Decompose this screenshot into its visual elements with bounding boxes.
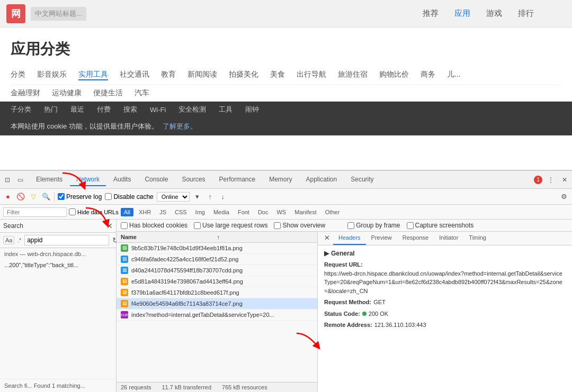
- preserve-log-checkbox[interactable]: Preserve log: [58, 193, 102, 200]
- request-item-0[interactable]: 🖼 9b5c83b719e748c0b41d9f34eeb1f81a.png: [117, 243, 317, 254]
- request-item-5[interactable]: 🖼 f4e9060e54594a6f8c71143a83714ce7.png: [117, 298, 317, 309]
- search-icon[interactable]: 🔍: [41, 192, 51, 202]
- filter-other-button[interactable]: Other: [322, 208, 343, 216]
- search-input[interactable]: [24, 235, 109, 245]
- filter-font-button[interactable]: Font: [235, 208, 253, 216]
- case-sensitive-button[interactable]: Aa: [3, 236, 14, 244]
- nav-education[interactable]: 教育: [161, 70, 176, 80]
- detail-tab-response[interactable]: Response: [397, 232, 434, 245]
- nav-tools[interactable]: 实用工具: [78, 70, 108, 80]
- nav-photo[interactable]: 拍摄美化: [229, 70, 258, 80]
- nav-food[interactable]: 美食: [270, 70, 285, 80]
- cursor-icon[interactable]: ⊡: [2, 175, 13, 185]
- filter-manifest-button[interactable]: Manifest: [291, 208, 320, 216]
- nav-link-game[interactable]: 游戏: [486, 8, 502, 19]
- nav-hotel[interactable]: 旅游住宿: [338, 70, 368, 80]
- tab-sources[interactable]: Sources: [175, 174, 211, 186]
- nav-entertainment[interactable]: 影音娱乐: [37, 70, 67, 80]
- more-icon[interactable]: ⋮: [546, 175, 556, 185]
- detail-tab-timing[interactable]: Timing: [463, 232, 491, 245]
- device-icon[interactable]: ▭: [15, 175, 25, 185]
- nav-shopping[interactable]: 购物比价: [379, 70, 409, 80]
- nav-more[interactable]: 儿...: [447, 70, 461, 80]
- upload-icon[interactable]: ↑: [205, 192, 215, 202]
- filter-all-button[interactable]: All: [121, 208, 133, 216]
- tab-elements[interactable]: Elements: [30, 174, 69, 186]
- throttle-arrow-icon[interactable]: ▾: [193, 192, 202, 202]
- tab-audits[interactable]: Audits: [107, 174, 137, 186]
- hide-data-urls-checkbox[interactable]: Hide data URLs: [69, 208, 119, 215]
- use-large-rows-input[interactable]: [194, 222, 201, 229]
- nav-category[interactable]: 分类: [11, 70, 25, 80]
- request-item-1[interactable]: 🖼 c946fa6fadec4225a4cc168f0ef21d52.png: [117, 254, 317, 265]
- filter-css-button[interactable]: CSS: [172, 208, 190, 216]
- scroll-up-icon[interactable]: ↑: [217, 234, 314, 240]
- nav-link-app[interactable]: 应用: [454, 8, 470, 19]
- nav-business[interactable]: 商务: [421, 70, 435, 80]
- detail-close-button[interactable]: ✕: [321, 232, 333, 245]
- darkbar-hot[interactable]: 热门: [44, 105, 58, 114]
- darkbar-tools[interactable]: 工具: [219, 105, 233, 114]
- request-item-6[interactable]: XHR index?method=internal.getTabDetail&s…: [117, 309, 317, 321]
- disable-cache-input[interactable]: [105, 193, 112, 200]
- darkbar-alarm[interactable]: 闹钟: [245, 105, 259, 114]
- detail-tab-initiator[interactable]: Initiator: [434, 232, 463, 245]
- nav-travel[interactable]: 出行导航: [297, 70, 326, 80]
- request-list-scroll[interactable]: 🖼 9b5c83b719e748c0b41d9f34eeb1f81a.png 🖼…: [117, 243, 317, 382]
- darkbar-recent[interactable]: 最近: [70, 105, 84, 114]
- clear-icon[interactable]: 🚫: [16, 192, 25, 202]
- detail-tab-preview[interactable]: Preview: [366, 232, 397, 245]
- tab-application[interactable]: Application: [300, 174, 344, 186]
- filter-ws-button[interactable]: WS: [273, 208, 289, 216]
- darkbar-wifi[interactable]: Wi-Fi: [150, 106, 166, 114]
- detail-tab-headers[interactable]: Headers: [333, 232, 366, 245]
- request-item-2[interactable]: 🖼 d40a2441078d475594ff18b730707cdd.png: [117, 265, 317, 276]
- tab-network[interactable]: Network: [70, 174, 106, 186]
- cookie-link[interactable]: 了解更多。: [163, 122, 197, 131]
- group-by-frame-input[interactable]: [347, 222, 354, 229]
- search-close-button[interactable]: ✕: [106, 222, 113, 230]
- download-icon[interactable]: ↓: [218, 192, 228, 202]
- darkbar-search[interactable]: 搜索: [123, 105, 137, 114]
- record-stop-icon[interactable]: ●: [3, 192, 13, 202]
- general-section-title[interactable]: ▶ General: [324, 250, 566, 257]
- tab-memory[interactable]: Memory: [263, 174, 298, 186]
- darkbar-subcategory[interactable]: 子分类: [11, 105, 31, 114]
- darkbar-paid[interactable]: 付费: [97, 105, 111, 114]
- nav-link-rank[interactable]: 排行: [518, 8, 534, 19]
- disable-cache-checkbox[interactable]: Disable cache: [105, 193, 153, 200]
- request-item-4[interactable]: 🖼 f379b1a6acf64117bfdb21c8beed617f.png: [117, 287, 317, 298]
- tab-console[interactable]: Console: [138, 174, 174, 186]
- group-by-frame-checkbox[interactable]: Group by frame: [347, 222, 400, 229]
- show-overview-input[interactable]: [274, 222, 281, 229]
- request-item-3[interactable]: 🖼 e5d81a4843194e7398067ad4413eff64.png: [117, 276, 317, 287]
- settings-icon-right[interactable]: ⚙: [559, 192, 569, 202]
- subnav-car[interactable]: 汽车: [135, 88, 149, 98]
- tab-security[interactable]: Security: [344, 174, 380, 186]
- subnav-sport[interactable]: 运动健康: [52, 88, 82, 98]
- throttle-select[interactable]: Online: [157, 192, 190, 202]
- tab-performance[interactable]: Performance: [212, 174, 262, 186]
- filter-xhr-button[interactable]: XHR: [136, 208, 154, 216]
- has-blocked-cookies-checkbox[interactable]: Has blocked cookies: [121, 222, 187, 229]
- capture-screenshots-input[interactable]: [407, 222, 414, 229]
- show-overview-checkbox[interactable]: Show overview: [274, 222, 325, 229]
- close-devtools-icon[interactable]: ✕: [559, 175, 570, 185]
- tab-title[interactable]: 中文网站标题...: [31, 7, 86, 21]
- filter-doc-button[interactable]: Doc: [255, 208, 272, 216]
- filter-icon[interactable]: ▽: [29, 192, 38, 202]
- filter-input[interactable]: [3, 207, 67, 217]
- search-result-item[interactable]: ...200","titleType":"back_titl...: [0, 260, 116, 270]
- filter-img-button[interactable]: Img: [192, 208, 208, 216]
- filter-js-button[interactable]: JS: [156, 208, 169, 216]
- filter-media-button[interactable]: Media: [210, 208, 233, 216]
- subnav-life[interactable]: 便捷生活: [93, 88, 123, 98]
- preserve-log-input[interactable]: [58, 193, 65, 200]
- subnav-finance[interactable]: 金融理财: [11, 88, 40, 98]
- nav-social[interactable]: 社交通讯: [120, 70, 149, 80]
- hide-data-urls-input[interactable]: [69, 208, 76, 215]
- nav-news[interactable]: 新闻阅读: [187, 70, 217, 80]
- capture-screenshots-checkbox[interactable]: Capture screenshots: [407, 222, 474, 229]
- has-blocked-cookies-input[interactable]: [121, 222, 128, 229]
- use-large-rows-checkbox[interactable]: Use large request rows: [194, 222, 267, 229]
